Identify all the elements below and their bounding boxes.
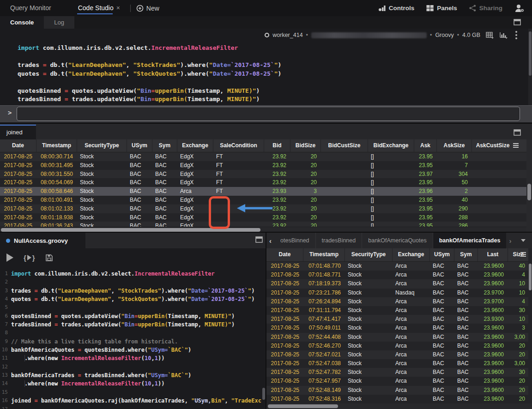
cell[interactable]: 07:52:47.782 [303, 368, 345, 377]
cell[interactable]: 08:01:36.243 [36, 222, 77, 227]
cell[interactable]: 2017-08-25 [0, 196, 36, 204]
cell[interactable] [320, 213, 368, 222]
cell[interactable]: 23.95 [414, 161, 436, 170]
tab-code-studio[interactable]: Code Studio × [73, 0, 125, 16]
cell[interactable]: Arca [177, 187, 213, 196]
cell[interactable]: 20 [290, 204, 320, 213]
cell[interactable]: BAC [429, 350, 454, 359]
cell[interactable]: EdgX [177, 161, 213, 170]
table-row[interactable]: 2017-08-2507:52:47.782StockArcaBACBAC23.… [266, 368, 528, 377]
cell[interactable]: BAC [127, 204, 152, 213]
cell[interactable]: Arca [392, 315, 429, 324]
cell[interactable]: BAC [454, 342, 478, 350]
cell[interactable] [320, 196, 368, 204]
cell[interactable]: Arca [392, 395, 429, 403]
cell[interactable]: 23.9600 [478, 359, 508, 368]
cell[interactable]: 07:01:48.770 [303, 262, 345, 271]
cell[interactable]: EdgX [177, 204, 213, 213]
cell[interactable]: Stock [77, 170, 127, 179]
column-header[interactable]: Ask [414, 139, 436, 152]
cell[interactable]: 2017-08-25 [266, 395, 303, 403]
cell[interactable]: BAC [429, 262, 454, 271]
cell[interactable]: 07:50:49.011 [303, 324, 345, 332]
cell[interactable]: BAC [127, 187, 152, 196]
cell[interactable]: BAC [152, 196, 177, 204]
cell[interactable]: Arca [392, 306, 429, 315]
cell[interactable]: 2017-08-25 [266, 386, 303, 395]
table-row[interactable]: 2017-08-2507:52:48.149StockArcaBACBAC23.… [266, 386, 528, 395]
cell[interactable]: 3,00 [508, 333, 529, 342]
cell[interactable]: Stock [345, 386, 392, 395]
chevron-left-icon[interactable]: ‹ [266, 237, 274, 245]
cell[interactable]: BAC [127, 170, 152, 179]
cell[interactable]: 23.9600 [478, 350, 508, 359]
cell[interactable]: BAC [152, 161, 177, 170]
cell[interactable]: 2017-08-25 [266, 289, 303, 297]
table-row[interactable]: 2017-08-2507:18:19.373StockArcaBACBAC23.… [266, 279, 528, 288]
cell[interactable] [472, 222, 514, 227]
cell[interactable]: FT [213, 178, 264, 187]
cell[interactable]: Stock [345, 315, 392, 324]
cell[interactable]: Stock [77, 213, 127, 222]
cell[interactable]: 3,00 [508, 359, 529, 368]
cell[interactable]: [] [368, 204, 414, 213]
cell[interactable]: [] [368, 187, 414, 196]
cell[interactable]: Stock [77, 161, 127, 170]
cell[interactable]: FT [213, 161, 264, 170]
cell[interactable]: 23.9600 [478, 395, 508, 403]
cell[interactable]: 07:52:47.957 [303, 377, 345, 385]
cell[interactable]: Arca [392, 262, 429, 271]
cell[interactable]: EdgX [177, 196, 213, 204]
cell[interactable]: 23.92 [264, 170, 290, 179]
cell[interactable]: 07:52:48.316 [303, 395, 345, 403]
column-header[interactable]: Exchange [177, 139, 213, 152]
cell[interactable]: 07:23:21.786 [303, 289, 345, 297]
cell[interactable]: BAC [454, 350, 478, 359]
cell[interactable] [472, 213, 514, 222]
cell[interactable]: BAC [429, 333, 454, 342]
column-header[interactable]: Timestamp [36, 139, 77, 152]
table-row[interactable]: 2017-08-2507:01:48.770StockArcaBACBAC23.… [266, 262, 528, 271]
cell[interactable]: BAC [127, 213, 152, 222]
column-header[interactable]: BidExchange [368, 139, 414, 152]
cell[interactable]: 2017-08-25 [0, 161, 36, 170]
cell[interactable]: Arca [392, 386, 429, 395]
cell[interactable]: 07:52:47.038 [303, 359, 345, 368]
column-header[interactable]: Timestamp [303, 248, 345, 261]
cell[interactable] [320, 178, 368, 187]
cell[interactable]: 30 [508, 368, 529, 377]
cell[interactable]: 23.92 [264, 161, 290, 170]
cell[interactable] [320, 170, 368, 179]
cell[interactable]: 23.95 [414, 178, 436, 187]
cell[interactable]: 23.9700 [478, 297, 508, 306]
cell[interactable]: 20 [508, 395, 529, 403]
cell[interactable]: 23.9700 [478, 289, 508, 297]
cell[interactable]: 08:00:58.646 [36, 187, 77, 196]
table-horizontal-scrollbar[interactable] [266, 403, 532, 409]
cell[interactable]: Stock [345, 333, 392, 342]
cell[interactable]: BAC [152, 187, 177, 196]
cell[interactable]: 2017-08-25 [266, 262, 303, 271]
cell[interactable] [472, 196, 514, 204]
cell[interactable]: BAC [429, 289, 454, 297]
cell[interactable]: 23.95 [414, 196, 436, 204]
panels-button[interactable]: Panels [426, 5, 457, 12]
cell[interactable]: 2017-08-25 [0, 213, 36, 222]
cell[interactable]: 286 [436, 222, 472, 227]
cell[interactable]: 07:26:24.894 [303, 297, 345, 306]
cell[interactable]: 20 [290, 196, 320, 204]
cell[interactable]: 2017-08-25 [0, 222, 36, 227]
cell[interactable]: Arca [392, 350, 429, 359]
tab-nullaccess-groovy[interactable]: NullAccess.groovy [0, 233, 85, 248]
cell[interactable] [472, 204, 514, 213]
cell[interactable]: BAC [429, 306, 454, 315]
dropdown-icon[interactable] [520, 239, 526, 242]
cell[interactable]: BAC [127, 196, 152, 204]
cell[interactable] [472, 187, 514, 196]
cell[interactable]: Stock [345, 279, 392, 288]
cell[interactable]: Arca [392, 279, 429, 288]
cell[interactable]: Arca [392, 368, 429, 377]
column-header[interactable]: Date [266, 248, 303, 261]
cell[interactable]: BAC [454, 386, 478, 395]
cell[interactable]: 20 [290, 178, 320, 187]
